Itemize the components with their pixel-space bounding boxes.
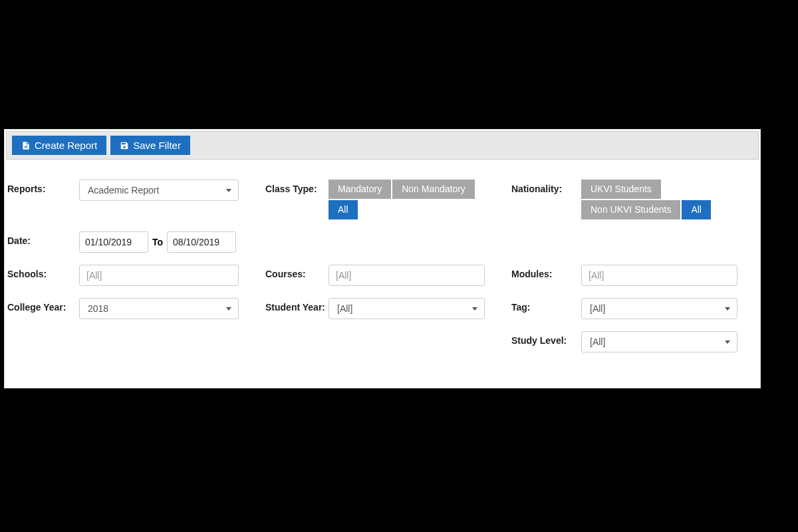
save-filter-label: Save Filter — [133, 140, 181, 151]
class-type-option[interactable]: Mandatory — [329, 180, 391, 199]
reports-selected-value: Academic Report — [88, 185, 159, 196]
courses-value: [All] — [336, 270, 351, 281]
date-from-input[interactable]: 01/10/2019 — [79, 231, 148, 253]
student-year-select[interactable]: [All] — [329, 298, 485, 319]
reports-select[interactable]: Academic Report — [79, 180, 239, 201]
document-icon — [21, 141, 31, 150]
filter-form: Reports: Academic Report Class Type: Man… — [5, 161, 760, 352]
study-level-value: [All] — [590, 336, 605, 347]
nationality-label: Nationality: — [511, 180, 581, 194]
courses-label: Courses: — [265, 265, 329, 279]
date-to-input[interactable]: 08/10/2019 — [167, 231, 236, 253]
date-from-value: 01/10/2019 — [85, 237, 132, 247]
study-level-label: Study Level: — [511, 331, 581, 346]
save-filter-button[interactable]: Save Filter — [110, 136, 190, 155]
date-to-label: To — [151, 237, 164, 247]
class-type-option[interactable]: Non Mandatory — [392, 180, 475, 199]
student-year-value: [All] — [337, 303, 352, 314]
reports-label: Reports: — [7, 180, 79, 194]
date-to-value: 08/10/2019 — [173, 237, 219, 247]
date-label: Date: — [7, 231, 79, 246]
create-report-button[interactable]: Create Report — [12, 136, 106, 155]
nationality-option[interactable]: Non UKVI Students — [581, 200, 680, 219]
college-year-select[interactable]: 2018 — [79, 298, 239, 319]
nationality-option[interactable]: All — [682, 200, 711, 219]
schools-input[interactable]: [All] — [79, 265, 239, 286]
tag-value: [All] — [590, 303, 605, 314]
class-type-option[interactable]: All — [329, 200, 358, 219]
study-level-select[interactable]: [All] — [581, 331, 737, 352]
date-range: 01/10/2019 To 08/10/2019 — [79, 231, 239, 253]
schools-value: [All] — [86, 270, 102, 281]
schools-label: Schools: — [7, 265, 79, 279]
courses-input[interactable]: [All] — [329, 265, 485, 286]
create-report-label: Create Report — [35, 140, 97, 151]
college-year-label: College Year: — [7, 298, 79, 313]
modules-value: [All] — [589, 270, 604, 281]
report-filter-panel: Create Report Save Filter Reports: Acade… — [4, 129, 761, 388]
modules-label: Modules: — [511, 265, 581, 279]
nationality-option[interactable]: UKVI Students — [581, 180, 661, 199]
student-year-label: Student Year: — [265, 298, 329, 313]
tag-label: Tag: — [511, 298, 581, 313]
class-type-group: MandatoryNon MandatoryAll — [329, 180, 485, 219]
class-type-label: Class Type: — [265, 180, 329, 194]
save-icon — [120, 141, 129, 150]
nationality-group: UKVI StudentsNon UKVI StudentsAll — [581, 180, 737, 219]
college-year-value: 2018 — [88, 303, 108, 314]
modules-input[interactable]: [All] — [581, 265, 737, 286]
toolbar: Create Report Save Filter — [6, 131, 759, 160]
tag-select[interactable]: [All] — [581, 298, 737, 319]
